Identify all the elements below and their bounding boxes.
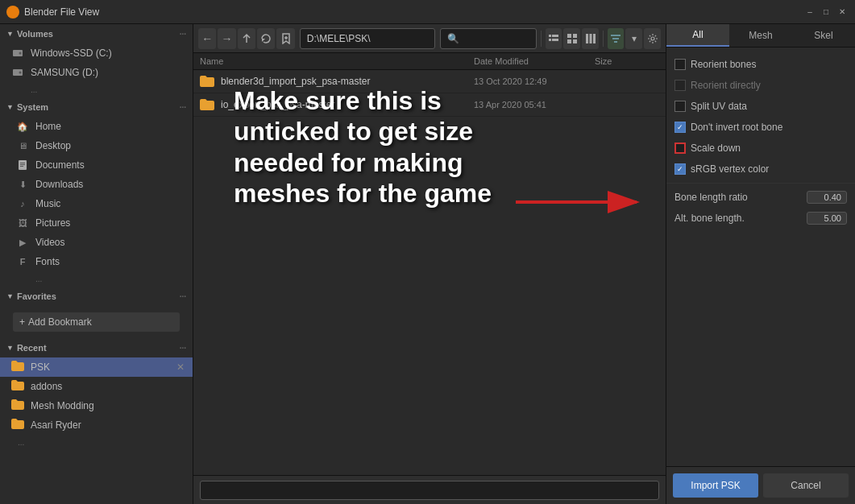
home-icon: 🏠 bbox=[16, 120, 29, 133]
split-uv-checkbox[interactable] bbox=[674, 101, 686, 112]
close-button[interactable]: ✕ bbox=[836, 6, 849, 19]
import-button[interactable]: Import PSK bbox=[673, 473, 758, 498]
svg-rect-9 bbox=[552, 35, 558, 37]
sidebar-item-videos[interactable]: ▶ Videos bbox=[0, 233, 193, 252]
favorites-arrow-icon: ▼ bbox=[6, 292, 14, 300]
desktop-icon: 🖥 bbox=[16, 139, 29, 152]
filename-input[interactable] bbox=[200, 481, 659, 500]
alt-bone-label: Alt. bone length. bbox=[674, 213, 807, 224]
options-panel: Reorient bones Reorient directly Split U… bbox=[666, 48, 855, 466]
srgb-label: sRGB vertex color bbox=[674, 163, 847, 175]
dont-invert-checkbox[interactable] bbox=[674, 122, 686, 133]
add-bookmark-button[interactable]: + Add Bookmark bbox=[13, 312, 180, 332]
window-controls: – □ ✕ bbox=[803, 6, 849, 19]
recent-item-asari-ryder[interactable]: Asari Ryder bbox=[0, 415, 193, 435]
sidebar-item-music[interactable]: ♪ Music bbox=[0, 194, 193, 213]
back-button[interactable]: ← bbox=[198, 28, 216, 49]
recent-item-label: PSK bbox=[31, 361, 50, 373]
tab-mesh[interactable]: Mesh bbox=[729, 24, 792, 47]
svg-rect-7 bbox=[20, 166, 23, 167]
option-srgb[interactable]: sRGB vertex color bbox=[666, 159, 855, 180]
refresh-button[interactable] bbox=[257, 28, 275, 49]
sidebar-item-fonts[interactable]: F Fonts bbox=[0, 252, 193, 271]
tab-mesh-label: Mesh bbox=[749, 30, 772, 41]
svg-rect-15 bbox=[573, 39, 577, 43]
recent-more[interactable]: ... bbox=[0, 435, 193, 450]
bottom-bar bbox=[193, 475, 666, 504]
dont-invert-label: Don't invert root bone bbox=[674, 122, 847, 133]
filter-button[interactable] bbox=[608, 28, 625, 49]
file-list-header: Name Date Modified Size bbox=[193, 53, 666, 70]
col-size-header: Size bbox=[595, 56, 659, 66]
option-bone-ratio: Bone length ratio bbox=[666, 187, 855, 208]
recent-item-mesh-modding[interactable]: Mesh Modding bbox=[0, 396, 193, 415]
recent-label: Recent bbox=[17, 343, 47, 353]
volumes-more-icon: ··· bbox=[180, 30, 186, 39]
sort-button[interactable]: ▾ bbox=[625, 28, 642, 49]
tab-bar: All Mesh Skel bbox=[666, 24, 855, 48]
bone-ratio-input[interactable] bbox=[807, 191, 847, 204]
system-section-header[interactable]: ▼ System ··· bbox=[0, 97, 193, 117]
favorites-section-header[interactable]: ▼ Favorites ··· bbox=[0, 287, 193, 306]
folder-icon bbox=[11, 399, 24, 412]
sidebar-item-documents[interactable]: Documents bbox=[0, 155, 193, 175]
view-columns-button[interactable] bbox=[582, 28, 599, 49]
reorient-directly-checkbox[interactable] bbox=[674, 80, 686, 91]
minimize-button[interactable]: – bbox=[803, 6, 816, 19]
view-list-button[interactable] bbox=[546, 28, 562, 49]
recent-item-addons[interactable]: addons bbox=[0, 377, 193, 396]
svg-rect-12 bbox=[567, 34, 571, 38]
toolbar-separator bbox=[541, 31, 542, 47]
search-input[interactable] bbox=[440, 28, 537, 49]
reorient-bones-checkbox[interactable] bbox=[674, 59, 686, 70]
scale-down-checkbox[interactable] bbox=[674, 143, 686, 154]
more-label: ... bbox=[11, 85, 37, 94]
drive-icon bbox=[11, 47, 24, 60]
path-input[interactable] bbox=[300, 28, 435, 49]
sidebar-item-home[interactable]: 🏠 Home bbox=[0, 117, 193, 136]
svg-rect-8 bbox=[549, 35, 551, 37]
option-reorient-bones[interactable]: Reorient bones bbox=[666, 54, 855, 75]
sidebar-system-more[interactable]: ... bbox=[0, 271, 193, 287]
sidebar-item-windows-ssd[interactable]: Windows-SSD (C:) bbox=[0, 43, 193, 63]
sidebar-item-samsung-d[interactable]: SAMSUNG (D:) bbox=[0, 63, 193, 82]
volumes-arrow-icon: ▼ bbox=[6, 30, 14, 38]
cancel-button[interactable]: Cancel bbox=[763, 473, 849, 498]
settings-button[interactable] bbox=[644, 28, 661, 49]
recent-item-psk[interactable]: PSK ✕ bbox=[0, 357, 193, 377]
tab-skel[interactable]: Skel bbox=[792, 24, 855, 47]
folder-icon bbox=[11, 419, 24, 432]
svg-rect-5 bbox=[20, 163, 25, 163]
table-row[interactable]: blender3d_import_psk_psa-master 13 Oct 2… bbox=[193, 70, 666, 93]
app-icon bbox=[6, 6, 19, 19]
col-date-header: Date Modified bbox=[474, 56, 595, 66]
maximize-button[interactable]: □ bbox=[820, 6, 832, 19]
volumes-section-header[interactable]: ▼ Volumes ··· bbox=[0, 24, 193, 43]
sidebar-volumes-more[interactable]: ... bbox=[0, 82, 193, 97]
folder-icon bbox=[200, 97, 214, 112]
alt-bone-input[interactable] bbox=[807, 212, 847, 225]
view-grid-button[interactable] bbox=[563, 28, 580, 49]
tab-all[interactable]: All bbox=[666, 24, 729, 47]
col-name-header: Name bbox=[200, 56, 474, 66]
option-split-uv[interactable]: Split UV data bbox=[666, 96, 855, 117]
sidebar-item-downloads[interactable]: ⬇ Downloads bbox=[0, 175, 193, 194]
music-icon: ♪ bbox=[16, 197, 29, 210]
sidebar-item-desktop[interactable]: 🖥 Desktop bbox=[0, 136, 193, 155]
option-dont-invert[interactable]: Don't invert root bone bbox=[666, 117, 855, 138]
options-divider bbox=[666, 183, 855, 184]
option-reorient-directly[interactable]: Reorient directly bbox=[666, 75, 855, 96]
sidebar-item-label: Downloads bbox=[35, 179, 83, 190]
recent-section-header[interactable]: ▼ Recent ··· bbox=[0, 338, 193, 357]
option-scale-down[interactable]: Scale down bbox=[666, 138, 855, 159]
sidebar-item-pictures[interactable]: 🖼 Pictures bbox=[0, 213, 193, 233]
svg-rect-17 bbox=[589, 34, 591, 43]
srgb-checkbox[interactable] bbox=[674, 163, 686, 175]
sidebar-item-label: Documents bbox=[35, 159, 85, 171]
table-row[interactable]: io_export_psk_psa-master 13 Apr 2020 05:… bbox=[193, 93, 666, 117]
file-date: 13 Oct 2020 12:49 bbox=[474, 76, 595, 86]
forward-button[interactable]: → bbox=[218, 28, 235, 49]
bookmark-add-button[interactable] bbox=[276, 28, 294, 49]
close-recent-icon[interactable]: ✕ bbox=[175, 361, 186, 373]
parent-dir-button[interactable] bbox=[238, 28, 255, 49]
